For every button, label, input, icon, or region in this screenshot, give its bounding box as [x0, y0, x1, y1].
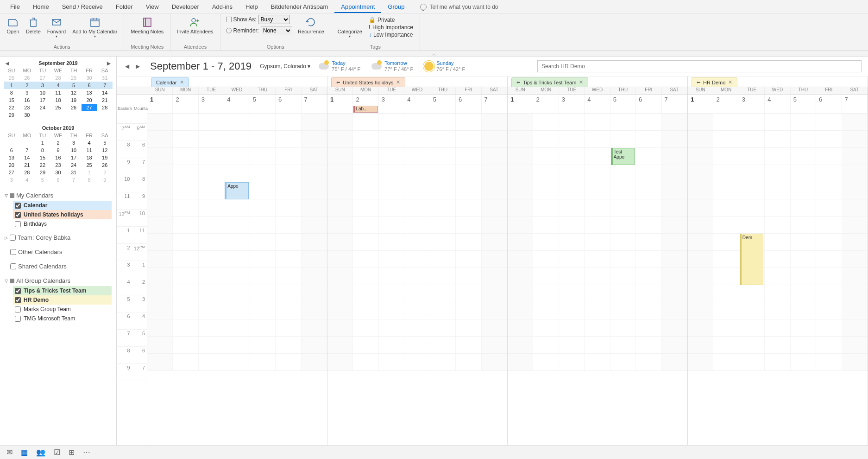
time-cell[interactable]: [276, 199, 301, 216]
time-cell[interactable]: [636, 199, 661, 216]
time-cell[interactable]: [765, 148, 790, 165]
day-number[interactable]: 6: [276, 95, 301, 105]
minical-day[interactable]: 31: [97, 74, 113, 82]
group-team[interactable]: ▷Team: Corey Babka: [5, 232, 112, 243]
time-cell[interactable]: [250, 148, 276, 165]
time-cell[interactable]: [404, 131, 430, 147]
time-cell[interactable]: [559, 354, 585, 370]
time-cell[interactable]: [559, 148, 585, 165]
time-cell[interactable]: [662, 302, 687, 319]
day-number[interactable]: 4: [765, 95, 790, 105]
time-cell[interactable]: [199, 165, 224, 182]
reminder-select[interactable]: None: [261, 26, 292, 35]
time-cell[interactable]: [482, 354, 507, 370]
time-cell[interactable]: [250, 182, 276, 199]
time-cell[interactable]: [816, 131, 842, 147]
close-icon[interactable]: ✕: [728, 79, 732, 85]
time-cell[interactable]: [276, 268, 301, 285]
minical-day[interactable]: 25: [4, 74, 19, 82]
time-cell[interactable]: [302, 251, 327, 268]
time-cell[interactable]: [224, 302, 250, 319]
time-cell[interactable]: [533, 165, 559, 182]
time-cell[interactable]: [816, 148, 842, 165]
time-cell[interactable]: [508, 182, 533, 199]
time-cell[interactable]: [173, 302, 198, 319]
time-cell[interactable]: [842, 217, 868, 233]
time-cell[interactable]: [250, 302, 276, 319]
time-cell[interactable]: [713, 268, 739, 285]
minical-day[interactable]: [97, 111, 113, 119]
tasks-icon[interactable]: ☑: [54, 448, 60, 457]
time-cell[interactable]: [456, 268, 481, 285]
minical-day[interactable]: 31: [66, 169, 82, 176]
calendar-item[interactable]: TMG Microsoft Team: [13, 314, 112, 323]
minical-day[interactable]: 2: [50, 139, 66, 147]
time-cell[interactable]: [765, 251, 790, 268]
time-cell[interactable]: [276, 234, 301, 250]
time-cell[interactable]: [327, 268, 353, 285]
time-cell[interactable]: [739, 319, 765, 336]
minical-day[interactable]: 2: [97, 169, 113, 176]
time-cell[interactable]: [636, 217, 661, 233]
time-cell[interactable]: [379, 234, 404, 250]
time-cell[interactable]: [199, 337, 224, 353]
time-cell[interactable]: [379, 131, 404, 147]
day-number[interactable]: 4: [224, 95, 250, 105]
time-cell[interactable]: [327, 114, 353, 130]
minical-day[interactable]: 17: [66, 154, 82, 161]
time-cell[interactable]: [353, 148, 378, 165]
minical-day[interactable]: 15: [35, 154, 50, 161]
time-cell[interactable]: [842, 148, 868, 165]
time-cell[interactable]: [147, 199, 173, 216]
time-cell[interactable]: [327, 337, 353, 353]
time-cell[interactable]: [456, 114, 481, 130]
time-cell[interactable]: [739, 337, 765, 353]
calendar-checkbox[interactable]: [15, 221, 21, 227]
minical-day[interactable]: 4: [19, 176, 35, 184]
time-cell[interactable]: [482, 131, 507, 147]
time-cell[interactable]: [739, 148, 765, 165]
time-cell[interactable]: [688, 131, 713, 147]
time-cell[interactable]: [816, 337, 842, 353]
allday-cell[interactable]: [585, 105, 610, 113]
time-cell[interactable]: [430, 199, 456, 216]
minical-day[interactable]: 14: [19, 154, 35, 161]
time-cell[interactable]: [688, 114, 713, 130]
time-cell[interactable]: [379, 302, 404, 319]
time-cell[interactable]: [224, 337, 250, 353]
allday-cell[interactable]: [224, 105, 250, 113]
allday-cell[interactable]: [430, 105, 456, 113]
day-number[interactable]: 3: [559, 95, 585, 105]
time-cell[interactable]: [508, 114, 533, 130]
time-cell[interactable]: [404, 165, 430, 182]
minical-next[interactable]: ▶: [105, 61, 113, 66]
minical-day[interactable]: [19, 139, 35, 147]
time-cell[interactable]: [224, 217, 250, 233]
time-cell[interactable]: [404, 114, 430, 130]
time-cell[interactable]: [610, 234, 636, 250]
time-cell[interactable]: [379, 199, 404, 216]
calendar-checkbox[interactable]: [15, 297, 21, 303]
time-cell[interactable]: [739, 285, 765, 302]
time-cell[interactable]: [430, 234, 456, 250]
time-cell[interactable]: [404, 337, 430, 353]
time-cell[interactable]: [559, 182, 585, 199]
day-number[interactable]: 1: [508, 95, 533, 105]
time-cell[interactable]: [559, 114, 585, 130]
time-cell[interactable]: [250, 165, 276, 182]
time-cell[interactable]: [147, 217, 173, 233]
time-cell[interactable]: [302, 148, 327, 165]
time-cell[interactable]: [173, 148, 198, 165]
add-to-calendar-button[interactable]: Add to My Calendar▾: [69, 15, 120, 40]
time-cell[interactable]: [559, 268, 585, 285]
time-cell[interactable]: [147, 285, 173, 302]
time-cell[interactable]: [430, 165, 456, 182]
time-cell[interactable]: [585, 199, 610, 216]
time-cell[interactable]: [379, 217, 404, 233]
time-cell[interactable]: [791, 251, 816, 268]
minical-day[interactable]: 8: [4, 89, 19, 96]
time-cell[interactable]: [147, 182, 173, 199]
merge-arrow-icon[interactable]: ⬅: [336, 80, 340, 85]
allday-cell[interactable]: Lab...: [353, 105, 378, 113]
minical-day[interactable]: [66, 111, 82, 119]
